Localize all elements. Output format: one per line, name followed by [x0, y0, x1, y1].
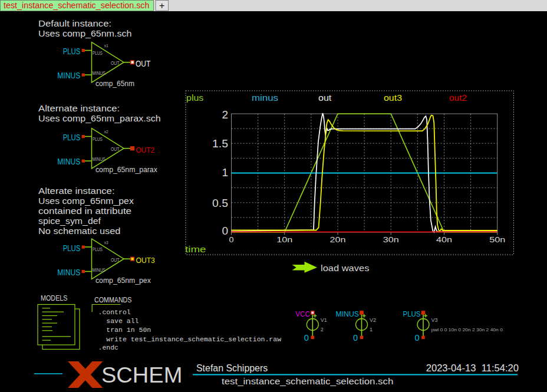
- svg-text:OUT2: OUT2: [136, 146, 155, 154]
- svg-text:save all: save all: [106, 317, 139, 325]
- svg-text:10n: 10n: [276, 236, 292, 244]
- svg-text:.control: .control: [98, 308, 131, 316]
- svg-text:MINUS: MINUS: [336, 309, 360, 318]
- svg-text:Alterate instance:: Alterate instance:: [38, 186, 115, 196]
- svg-text:Default instance:: Default instance:: [38, 19, 111, 28]
- svg-text:PLUS: PLUS: [63, 243, 81, 253]
- svg-text:spice_sym_def: spice_sym_def: [38, 216, 101, 226]
- svg-text:V2: V2: [370, 317, 376, 323]
- svg-text:COMMANDS: COMMANDS: [94, 295, 132, 304]
- svg-text:contained in attribute: contained in attribute: [38, 206, 131, 216]
- svg-text:MODELS: MODELS: [41, 294, 68, 302]
- svg-text:comp_65nm: comp_65nm: [95, 79, 134, 88]
- svg-text:OUT: OUT: [111, 146, 120, 152]
- svg-text:PLUS: PLUS: [63, 47, 81, 56]
- svg-text:SCHEM: SCHEM: [101, 363, 182, 387]
- svg-text:VCC: VCC: [295, 309, 310, 318]
- svg-text:0: 0: [304, 333, 309, 342]
- svg-text:Uses comp_65nm.sch: Uses comp_65nm.sch: [38, 29, 131, 38]
- svg-text:OUT: OUT: [111, 257, 120, 263]
- svg-text:2: 2: [321, 327, 324, 332]
- svg-text:Alternate instance:: Alternate instance:: [38, 104, 120, 113]
- svg-text:MINUS: MINUS: [93, 156, 106, 162]
- svg-text:MINUS: MINUS: [93, 267, 106, 273]
- svg-text:pwl 0 0 10n 0 20n 2 30n 2 40n: pwl 0 0 10n 0 20n 2 30n 2 40n 0: [431, 327, 503, 332]
- svg-text:PLUS: PLUS: [93, 136, 103, 142]
- svg-text:V1: V1: [321, 317, 327, 323]
- svg-text:out: out: [318, 93, 332, 103]
- svg-text:No schematic used: No schematic used: [38, 226, 121, 236]
- svg-text:tran 1n 50n: tran 1n 50n: [106, 326, 151, 334]
- svg-text:2: 2: [222, 108, 228, 121]
- svg-text:comp_65nm_parax: comp_65nm_parax: [95, 165, 157, 174]
- svg-text:PLUS: PLUS: [403, 309, 421, 318]
- svg-text:PLUS: PLUS: [93, 246, 103, 252]
- svg-text:Uses comp_65nm_parax.sch: Uses comp_65nm_parax.sch: [38, 114, 161, 123]
- svg-text:2023-04-13 11:54:20: 2023-04-13 11:54:20: [426, 363, 519, 373]
- svg-text:40n: 40n: [436, 236, 452, 244]
- svg-text:minus: minus: [252, 93, 278, 103]
- svg-text:1: 1: [222, 166, 228, 179]
- svg-text:MINUS: MINUS: [93, 70, 106, 76]
- svg-text:x1: x1: [104, 43, 108, 48]
- svg-text:30n: 30n: [383, 236, 399, 244]
- svg-text:OUT3: OUT3: [136, 256, 155, 265]
- svg-text:PLUS: PLUS: [93, 50, 103, 56]
- svg-text:OUT: OUT: [111, 60, 120, 66]
- svg-text:time: time: [185, 244, 206, 254]
- svg-text:V3: V3: [431, 317, 438, 323]
- svg-text:test_instance_schematic_select: test_instance_schematic_selection.sch: [222, 376, 393, 386]
- svg-text:MINUS: MINUS: [57, 157, 80, 166]
- svg-text:Stefan Schippers: Stefan Schippers: [196, 363, 268, 373]
- svg-text:plus: plus: [186, 93, 203, 103]
- svg-text:MINUS: MINUS: [57, 71, 80, 80]
- svg-text:1: 1: [370, 327, 373, 332]
- svg-text:write test_instance_schematic_: write test_instance_schematic_selection.…: [106, 335, 281, 343]
- svg-text:out3: out3: [384, 93, 402, 103]
- svg-text:20n: 20n: [329, 236, 345, 244]
- svg-text:0: 0: [353, 333, 358, 342]
- svg-text:x3: x3: [104, 240, 108, 245]
- svg-text:out2: out2: [449, 93, 467, 103]
- svg-text:50n: 50n: [489, 236, 505, 244]
- svg-text:comp_65nm_pex: comp_65nm_pex: [95, 276, 151, 285]
- svg-text:1.5: 1.5: [212, 137, 228, 150]
- svg-text:x2: x2: [104, 129, 108, 134]
- svg-text:PLUS: PLUS: [63, 133, 81, 142]
- svg-text:0: 0: [414, 333, 419, 342]
- svg-text:OUT: OUT: [136, 58, 151, 68]
- svg-text:.endc: .endc: [98, 344, 119, 351]
- svg-text:test_instance_schematic_select: test_instance_schematic_selection.sch: [4, 1, 149, 10]
- svg-text:Uses comp_65nm_pex: Uses comp_65nm_pex: [38, 196, 134, 206]
- svg-text:MINUS: MINUS: [57, 268, 80, 277]
- svg-text:0: 0: [222, 225, 228, 237]
- svg-text:0: 0: [229, 236, 234, 244]
- svg-text:0.5: 0.5: [212, 197, 228, 209]
- svg-text:+: +: [159, 1, 164, 11]
- svg-text:load waves: load waves: [321, 263, 369, 273]
